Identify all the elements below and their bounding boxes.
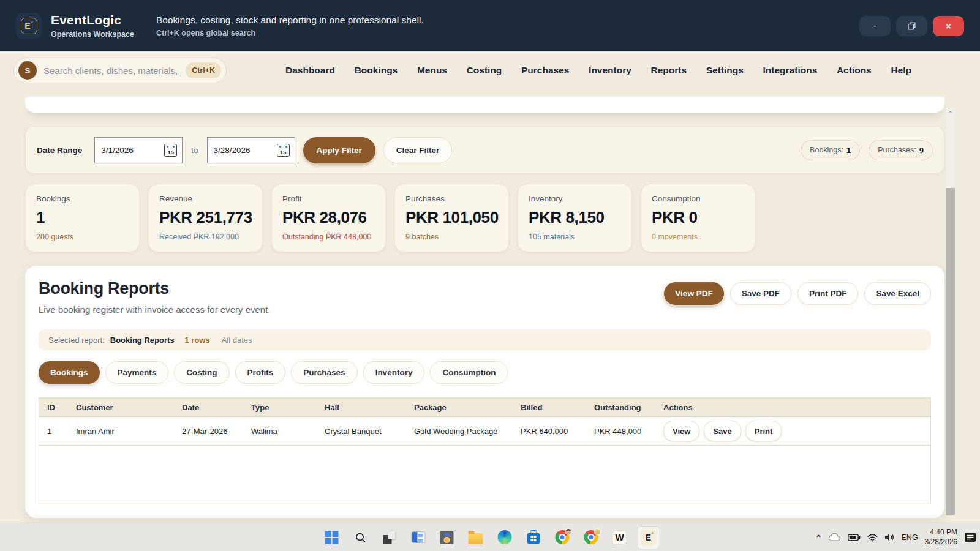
w-app-icon: W xyxy=(612,530,627,545)
search-shortcut-badge: Ctrl+K xyxy=(186,62,221,78)
col-actions: Actions xyxy=(663,403,930,412)
selected-report-bar: Selected report: Booking Reports 1 rows … xyxy=(39,329,931,350)
store-button[interactable] xyxy=(522,526,545,549)
search-avatar: S xyxy=(18,61,37,80)
nav-help[interactable]: Help xyxy=(891,65,911,76)
chrome-profile2-button[interactable] xyxy=(579,526,603,549)
col-hall: Hall xyxy=(325,403,414,412)
restore-icon xyxy=(908,22,916,30)
scroll-up-icon[interactable]: ⌃ xyxy=(948,109,952,119)
windows-icon xyxy=(325,531,339,544)
nav-inventory[interactable]: Inventory xyxy=(589,65,631,76)
nav-costing[interactable]: Costing xyxy=(467,65,502,76)
calendar-icon[interactable]: 15 xyxy=(164,144,177,157)
taskbar: W E ⌃ ENG 4:40 PM 3/28/2026 xyxy=(0,523,980,551)
purchases-count-badge: Purchases:9 xyxy=(869,140,933,160)
folder-icon xyxy=(469,533,483,544)
stats-row: Bookings 1 200 guests Revenue PKR 251,77… xyxy=(25,184,944,252)
eventlogic-app-button[interactable]: E xyxy=(637,526,660,549)
stat-card-profit: Profit PKR 28,076 Outstanding PKR 448,00… xyxy=(271,184,386,252)
date-filter-card: Date Range 3/1/2026 15 to 3/28/2026 15 A… xyxy=(25,126,944,174)
report-tabs: Bookings Payments Costing Profits Purcha… xyxy=(39,361,931,384)
clock[interactable]: 4:40 PM 3/28/2026 xyxy=(925,528,957,547)
nav-dashboard[interactable]: Dashboard xyxy=(285,65,335,76)
chrome-profile1-button[interactable] xyxy=(551,526,574,549)
report-header: Booking Reports Live booking register wi… xyxy=(39,279,931,315)
shortcut-hint: Ctrl+K opens global search xyxy=(156,29,424,37)
search-icon xyxy=(355,531,367,544)
task-view-icon xyxy=(383,531,396,544)
date-to-value: 3/28/2026 xyxy=(214,146,251,155)
chrome-icon xyxy=(555,530,569,544)
wifi-icon[interactable] xyxy=(867,533,878,542)
titlebar: E° EventLogic Operations Workspace Booki… xyxy=(0,0,980,51)
word-app-button[interactable]: W xyxy=(608,526,631,549)
nav-menus[interactable]: Menus xyxy=(417,65,447,76)
nav-settings[interactable]: Settings xyxy=(706,65,744,76)
nav-reports[interactable]: Reports xyxy=(651,65,687,76)
tab-bookings[interactable]: Bookings xyxy=(39,361,100,384)
report-actions: View PDF Save PDF Print PDF Save Excel xyxy=(664,282,931,305)
navbar: S Search clients, dishes, materials, pur… xyxy=(0,51,980,89)
edge-button[interactable] xyxy=(493,526,516,549)
tray-expand-icon[interactable]: ⌃ xyxy=(815,534,821,542)
battery-icon[interactable] xyxy=(848,534,861,541)
search-placeholder: Search clients, dishes, materials, purc xyxy=(43,66,179,76)
stat-card-inventory: Inventory PKR 8,150 105 materials xyxy=(518,184,632,252)
date-from-input[interactable]: 3/1/2026 15 xyxy=(94,137,183,163)
tab-purchases[interactable]: Purchases xyxy=(291,361,357,384)
profile-badge xyxy=(565,528,571,535)
tab-consumption[interactable]: Consumption xyxy=(430,361,508,384)
row-print-button[interactable]: Print xyxy=(745,421,782,441)
cell-billed: PKR 640,000 xyxy=(521,427,594,436)
date-to-input[interactable]: 3/28/2026 15 xyxy=(207,137,295,163)
tab-costing[interactable]: Costing xyxy=(174,361,229,384)
nav-purchases[interactable]: Purchases xyxy=(521,65,569,76)
task-view-button[interactable] xyxy=(378,526,401,549)
rewards-app-button[interactable] xyxy=(435,526,459,549)
close-button[interactable]: × xyxy=(933,16,964,36)
save-pdf-button[interactable]: Save PDF xyxy=(730,282,791,305)
save-excel-button[interactable]: Save Excel xyxy=(864,282,931,305)
scrollbar[interactable]: ⌃ xyxy=(946,109,955,515)
clear-filter-button[interactable]: Clear Filter xyxy=(383,137,453,163)
nav-actions[interactable]: Actions xyxy=(837,65,872,76)
print-pdf-button[interactable]: Print PDF xyxy=(797,282,859,305)
row-save-button[interactable]: Save xyxy=(704,421,741,441)
stat-card-bookings: Bookings 1 200 guests xyxy=(25,184,140,252)
col-billed: Billed xyxy=(521,403,594,412)
col-id: ID xyxy=(39,403,76,412)
view-pdf-button[interactable]: View PDF xyxy=(664,282,723,305)
tab-profits[interactable]: Profits xyxy=(235,361,286,384)
apply-filter-button[interactable]: Apply Filter xyxy=(303,137,375,163)
language-indicator[interactable]: ENG xyxy=(902,533,918,542)
search-input[interactable]: S Search clients, dishes, materials, pur… xyxy=(13,58,227,83)
tagline-block: Bookings, costing, stock and reporting i… xyxy=(156,15,424,37)
maximize-button[interactable] xyxy=(896,16,927,36)
onedrive-cloud-icon[interactable] xyxy=(829,533,841,541)
cell-customer: Imran Amir xyxy=(76,427,182,436)
scrollbar-thumb[interactable] xyxy=(946,188,955,515)
calendar-icon[interactable]: 15 xyxy=(277,144,290,157)
window-controls: - × xyxy=(859,16,964,36)
tagline: Bookings, costing, stock and reporting i… xyxy=(156,15,424,26)
row-view-button[interactable]: View xyxy=(663,421,699,441)
profile-badge xyxy=(594,528,600,535)
start-button[interactable] xyxy=(320,526,344,549)
widgets-button[interactable] xyxy=(407,526,430,549)
taskbar-search-button[interactable] xyxy=(349,526,372,549)
nav-bookings[interactable]: Bookings xyxy=(355,65,398,76)
nav-integrations[interactable]: Integrations xyxy=(763,65,818,76)
taskbar-icons: W E xyxy=(320,526,660,549)
date-range-label: Date Range xyxy=(37,146,82,155)
table-row: 1 Imran Amir 27-Mar-2026 Walima Crystal … xyxy=(39,417,930,446)
filter-badges: Bookings:1 Purchases:9 xyxy=(801,140,933,160)
app-name: EventLogic xyxy=(51,13,134,28)
file-explorer-button[interactable] xyxy=(464,526,488,549)
stat-card-purchases: Purchases PKR 101,050 9 batches xyxy=(394,184,509,252)
notification-center-icon[interactable] xyxy=(964,532,976,542)
volume-icon[interactable] xyxy=(884,533,895,542)
tab-inventory[interactable]: Inventory xyxy=(363,361,425,384)
tab-payments[interactable]: Payments xyxy=(105,361,169,384)
minimize-button[interactable]: - xyxy=(859,16,891,36)
